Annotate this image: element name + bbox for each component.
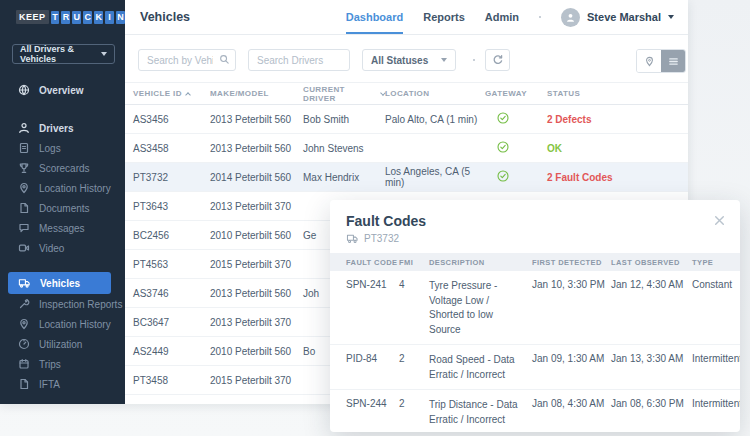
list-icon	[668, 56, 679, 67]
modal-title: Fault Codes	[346, 213, 724, 229]
sort-asc-icon	[185, 92, 191, 98]
keeptruckin-logo: KEEP T R U C K I N	[16, 10, 125, 24]
overview-icon	[18, 84, 30, 96]
person-icon	[18, 122, 30, 134]
modal-vehicle-id: PT3732	[364, 233, 399, 244]
user-name: Steve Marshal	[587, 11, 661, 23]
avatar	[561, 8, 580, 27]
column-header-status[interactable]: Status	[535, 89, 688, 98]
refresh-icon	[492, 54, 504, 66]
sidebar-item-vehicles[interactable]: Vehicles	[8, 272, 111, 294]
camera-icon	[18, 242, 30, 254]
wrench-icon	[18, 298, 30, 310]
sidebar-item-video[interactable]: Video	[0, 238, 125, 258]
column-header-make-model[interactable]: Make/Model	[210, 89, 303, 98]
map-pin-icon	[18, 182, 30, 194]
status-badge[interactable]: OK	[535, 143, 688, 154]
sidebar-item-location-history-2[interactable]: Location History	[0, 314, 125, 334]
status-badge[interactable]: 2 Fault Codes	[535, 172, 688, 183]
chevron-down-icon	[441, 58, 447, 62]
column-header-vehicle-id[interactable]: Vehicle ID	[133, 89, 210, 98]
chevron-down-icon	[668, 15, 674, 19]
document-icon	[18, 202, 30, 214]
search-icon	[219, 54, 230, 65]
page-title: Vehicles	[140, 10, 190, 24]
chat-icon	[18, 222, 30, 234]
view-toggle	[636, 49, 686, 73]
fleet-filter-dropdown[interactable]: All Drivers & Vehicles	[12, 44, 115, 64]
tab-dashboard[interactable]: Dashboard	[346, 0, 403, 34]
fault-row: PID-84 2 Road Speed - Data Erratic / Inc…	[330, 345, 740, 390]
sidebar: KEEP T R U C K I N All Drivers & Vehicle…	[0, 0, 125, 404]
header-separator-dot	[539, 16, 541, 18]
sidebar-item-drivers[interactable]: Drivers	[0, 118, 125, 138]
table-row[interactable]: AS3456 2013 Peterbilt 560 Bob Smith Palo…	[125, 105, 688, 134]
sidebar-item-utilization[interactable]: Utilization	[0, 334, 125, 354]
sidebar-item-scorecards[interactable]: Scorecards	[0, 158, 125, 178]
column-header-gateway[interactable]: Gateway	[485, 89, 535, 98]
logs-icon	[18, 142, 30, 154]
vehicles-table-header: Vehicle ID Make/Model Current Driver Loc…	[125, 82, 688, 105]
gauge-icon	[18, 338, 30, 350]
gateway-connected-icon	[485, 112, 535, 126]
file-icon	[18, 378, 30, 390]
column-header-current-driver[interactable]: Current Driver	[303, 85, 385, 103]
status-filter-select[interactable]: All Statuses	[362, 49, 456, 71]
sidebar-item-messages[interactable]: Messages	[0, 218, 125, 238]
fault-row: SPN-244 2 Trip Distance - Data Erratic /…	[330, 390, 740, 432]
table-row-selected[interactable]: PT3732 2014 Peterbilt 560 Max Hendrix Lo…	[125, 163, 688, 192]
person-icon	[565, 12, 576, 23]
list-view-button[interactable]	[661, 50, 685, 72]
status-badge[interactable]: 2 Defects	[535, 114, 688, 125]
filter-toolbar: All Statuses	[125, 35, 688, 82]
status-filter-value: All Statuses	[371, 55, 428, 66]
trophy-icon	[18, 162, 30, 174]
search-driver-input[interactable]	[248, 49, 350, 71]
toolbar-separator-dot	[473, 59, 475, 61]
user-menu[interactable]: Steve Marshal	[561, 8, 674, 27]
fault-codes-modal: Fault Codes PT3732 Fault Code FMI Descri…	[330, 200, 740, 432]
column-header-location[interactable]: Location	[385, 89, 485, 98]
logo-keep: KEEP	[16, 10, 49, 24]
gateway-connected-icon	[485, 141, 535, 155]
close-icon	[713, 214, 726, 227]
table-row[interactable]: AS3458 2013 Peterbilt 560 John Stevens O…	[125, 134, 688, 163]
sidebar-item-trips[interactable]: Trips	[0, 354, 125, 374]
top-header: Vehicles Dashboard Reports Admin Steve M…	[125, 0, 688, 35]
sidebar-item-overview[interactable]: Overview	[0, 80, 125, 100]
refresh-button[interactable]	[485, 49, 510, 71]
tab-reports[interactable]: Reports	[423, 0, 465, 34]
sidebar-item-ifta[interactable]: IFTA	[0, 374, 125, 394]
fault-row: SPN-241 4 Tyre Pressure - Voltage Low / …	[330, 271, 740, 345]
sidebar-item-logs[interactable]: Logs	[0, 138, 125, 158]
fault-table-header: Fault Code FMI Description First Detecte…	[330, 253, 740, 271]
tab-admin[interactable]: Admin	[485, 0, 519, 34]
chevron-down-icon	[101, 52, 107, 56]
sidebar-item-inspection-reports[interactable]: Inspection Reports	[0, 294, 125, 314]
sidebar-item-location-history[interactable]: Location History	[0, 178, 125, 198]
calendar-icon	[18, 358, 30, 370]
fleet-filter-label: All Drivers & Vehicles	[20, 44, 101, 64]
sidebar-item-documents[interactable]: Documents	[0, 198, 125, 218]
map-view-button[interactable]	[637, 50, 661, 72]
truck-icon	[18, 277, 31, 289]
map-pin-icon	[18, 318, 30, 330]
sidebar-nav: Overview Drivers Logs Scorecards Locatio…	[0, 80, 125, 394]
close-button[interactable]	[713, 214, 726, 227]
map-pin-icon	[644, 56, 655, 67]
gateway-connected-icon	[485, 170, 535, 184]
truck-icon	[346, 233, 359, 244]
